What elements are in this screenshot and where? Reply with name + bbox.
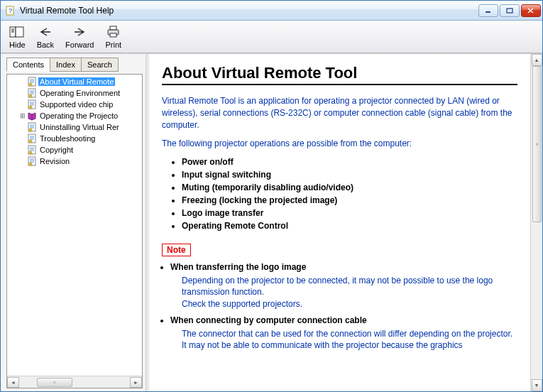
operations-list: Power on/offInput signal switchingMuting… [182,157,517,231]
tree-hscrollbar[interactable]: ◄ ≡ ► [7,376,142,388]
forward-button[interactable]: Forward [60,22,99,52]
book-icon [27,111,37,121]
intro-section: Virtual Remote Tool is an application fo… [162,95,517,150]
content-body: About Virtual Remote Tool Virtual Remote… [149,54,530,391]
print-icon [106,25,121,39]
tree-item[interactable]: ⊞Operating the Projecto [7,110,142,121]
tree-item[interactable]: ?Supported video chip [7,99,142,110]
scroll-track[interactable]: ≡ [19,377,130,388]
close-button[interactable] [521,4,541,17]
tree-item-label: Troubleshooting [38,134,97,143]
svg-rect-13 [110,33,116,37]
vscroll-track[interactable]: ≡ [532,66,542,379]
document-icon: ? [27,122,37,132]
note-item: When transferring the logo imageDependin… [170,262,517,310]
body: Contents Index Search ?About Virtual Rem… [1,53,542,391]
operation-item: Power on/off [182,157,517,167]
page-title: About Virtual Remote Tool [162,64,517,82]
operation-item: Operating Remote Control [182,221,517,231]
back-label: Back [37,40,54,49]
document-icon: ? [27,77,37,87]
tree-item-label: Uninstalling Virtual Rer [38,123,121,131]
note-body: Depending on the projector to be connect… [182,275,517,310]
maximize-button[interactable] [500,4,520,17]
note-body: The connector that can be used for the c… [182,328,517,351]
nav-pane: Contents Index Search ?About Virtual Rem… [1,54,146,391]
document-icon: ? [27,88,37,98]
scroll-thumb[interactable]: ≡ [37,378,72,387]
note-heading: When connecting by computer connection c… [170,315,517,325]
back-button[interactable]: Back [31,22,60,52]
titlebar[interactable]: ? Virtual Remote Tool Help [1,1,542,21]
document-icon: ? [27,145,37,155]
tree-item[interactable]: ?Revision [7,156,142,167]
tree-item-label: Copyright [38,146,75,154]
scroll-left-button[interactable]: ◄ [7,377,19,388]
svg-text:?: ? [9,7,13,14]
print-label: Print [105,40,121,49]
forward-label: Forward [65,40,94,49]
tree-item[interactable]: ?Copyright [7,144,142,156]
operation-item: Freezing (locking the projected image) [182,195,517,205]
print-button[interactable]: Print [99,22,127,52]
note-item: When connecting by computer connection c… [170,315,517,351]
tree-item-label: Operating the Projecto [38,111,119,120]
tree-item[interactable]: ?About Virtual Remote [7,76,142,87]
tree-item-label: Supported video chip [38,100,114,109]
tree-item-label: Revision [38,157,71,165]
window-controls [478,4,541,17]
tab-index[interactable]: Index [50,58,82,72]
hide-icon [9,25,25,39]
note-heading: When transferring the logo image [170,262,517,272]
back-icon [38,25,53,39]
scroll-right-button[interactable]: ► [130,377,142,388]
tree-container: ?About Virtual Remote?Operating Environm… [6,74,143,388]
notes-list: When transferring the logo imageDependin… [170,262,517,351]
scroll-down-button[interactable]: ▼ [532,379,542,391]
tree-item[interactable]: ?Operating Environment [7,87,142,99]
document-icon: ? [27,156,37,166]
tab-contents[interactable]: Contents [6,58,50,72]
vscroll-thumb[interactable]: ≡ [532,66,542,222]
hide-button[interactable]: Hide [4,22,31,52]
scroll-up-button[interactable]: ▲ [532,54,542,66]
minimize-button[interactable] [478,4,498,17]
lead-text: The following projector operations are p… [162,138,517,150]
tree-item[interactable]: ?Uninstalling Virtual Rer [7,121,142,133]
window-title: Virtual Remote Tool Help [20,6,478,16]
note-label: Note [162,244,191,256]
content-vscrollbar[interactable]: ▲ ≡ ▼ [530,54,542,391]
svg-rect-3 [507,9,512,13]
expand-icon[interactable]: ⊞ [18,112,27,119]
content-pane: About Virtual Remote Tool Virtual Remote… [149,54,542,391]
tree-item-label: Operating Environment [38,89,121,97]
tree-item-label: About Virtual Remote [38,77,115,86]
title-rule [162,84,517,85]
app-icon: ? [5,5,16,16]
topic-tree[interactable]: ?About Virtual Remote?Operating Environm… [7,75,142,376]
svg-rect-7 [16,27,23,37]
nav-tabs: Contents Index Search [6,57,143,71]
tree-item[interactable]: ?Troubleshooting [7,133,142,144]
operation-item: Logo image transfer [182,208,517,218]
operation-item: Muting (temporarily disabling audio/vide… [182,183,517,192]
document-icon: ? [27,134,37,143]
toolbar: Hide Back Forward Print [1,21,542,53]
document-icon: ? [27,99,37,109]
svg-rect-11 [110,26,116,30]
operation-item: Input signal switching [182,170,517,180]
hide-label: Hide [9,40,26,49]
intro-text: Virtual Remote Tool is an application fo… [162,95,517,131]
help-window: ? Virtual Remote Tool Help [0,0,543,392]
tab-search[interactable]: Search [82,58,119,72]
forward-icon [72,25,87,39]
